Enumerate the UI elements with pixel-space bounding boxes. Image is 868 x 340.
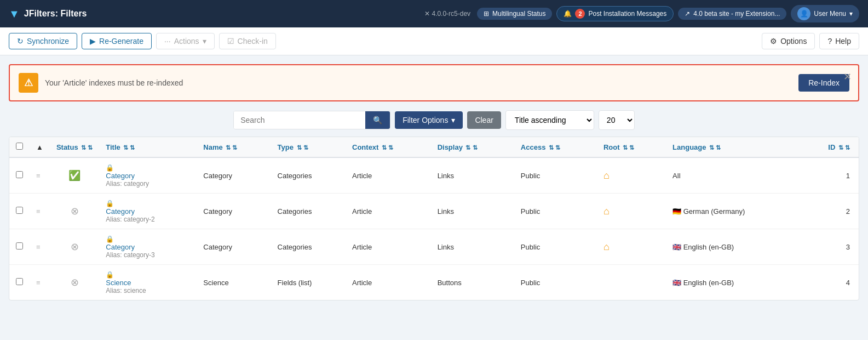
- actions-button[interactable]: ··· Actions ▾: [156, 33, 215, 49]
- id-cell: 3: [801, 229, 859, 265]
- name-cell: Category: [197, 194, 271, 229]
- options-button[interactable]: ⚙ Options: [762, 33, 815, 49]
- help-icon: ?: [827, 37, 832, 46]
- toolbar: ↻ Synchronize ▶ Re-Generate ··· Actions …: [0, 27, 868, 55]
- name-header[interactable]: Name ⇅: [197, 137, 271, 157]
- drag-handle-icon[interactable]: ≡: [36, 172, 41, 180]
- title-header[interactable]: Title ⇅: [99, 137, 197, 157]
- title-cell: 🔒 Category Alias: category-3: [99, 229, 197, 265]
- clear-button[interactable]: Clear: [467, 111, 501, 129]
- id-header[interactable]: ID ⇅: [801, 137, 859, 157]
- root-home-icon: ⌂: [603, 206, 610, 217]
- sort-select[interactable]: Title ascending Title descending ID asce…: [506, 111, 594, 129]
- display-cell: Links: [431, 157, 514, 194]
- drag-header: ▲: [30, 137, 50, 157]
- actions-chevron-icon: ▾: [203, 37, 206, 46]
- drag-handle-cell: ≡: [30, 265, 50, 301]
- title-link-1[interactable]: Category: [106, 172, 190, 180]
- row-checkbox-4[interactable]: [16, 278, 23, 285]
- context-cell: Article: [346, 157, 431, 194]
- id-cell: 1: [801, 157, 859, 194]
- id-cell: 2: [801, 194, 859, 229]
- synchronize-button[interactable]: ↻ Synchronize: [9, 33, 77, 49]
- lock-icon: 🔒: [106, 164, 114, 172]
- row-checkbox-cell: [9, 194, 30, 229]
- alias-text: Alias: category: [106, 180, 190, 188]
- title-cell: 🔒 Category Alias: category: [99, 157, 197, 194]
- access-cell: Public: [514, 265, 597, 301]
- language-cell: 🇬🇧 English (en-GB): [666, 229, 801, 265]
- type-header[interactable]: Type ⇅: [271, 137, 346, 157]
- table-row: ≡ ⊗ 🔒 Category Alias: category-2 Categor…: [9, 194, 859, 229]
- drag-handle-icon[interactable]: ≡: [36, 279, 41, 287]
- synchronize-icon: ↻: [17, 37, 24, 46]
- row-checkbox-1[interactable]: [16, 171, 23, 178]
- status-cell: ⊗: [50, 229, 99, 265]
- title-link-3[interactable]: Category: [106, 243, 190, 251]
- notifications-count: 2: [575, 9, 585, 19]
- main-content: ⚠ Your 'Article' indexes must be re-inde…: [0, 55, 868, 309]
- checkin-button[interactable]: ☑ Check-in: [219, 33, 276, 49]
- site-link-badge[interactable]: ↗ 4.0 beta site - my Extension...: [678, 8, 786, 20]
- drag-handle-cell: ≡: [30, 229, 50, 265]
- regenerate-button[interactable]: ▶ Re-Generate: [82, 33, 152, 49]
- status-active-icon: ✅: [68, 170, 81, 181]
- gear-icon: ⚙: [770, 37, 777, 46]
- status-cell: ⊗: [50, 194, 99, 229]
- name-cell: Science: [197, 265, 271, 301]
- drag-handle-icon[interactable]: ≡: [36, 243, 41, 251]
- notifications-badge[interactable]: 🔔 2 Post Installation Messages: [556, 6, 674, 21]
- display-header[interactable]: Display ⇅: [431, 137, 514, 157]
- search-button[interactable]: 🔍: [365, 111, 390, 129]
- chevron-down-icon: ▾: [849, 10, 853, 18]
- table-row: ≡ ⊗ 🔒 Category Alias: category-3 Categor…: [9, 229, 859, 265]
- context-header[interactable]: Context ⇅: [346, 137, 431, 157]
- user-menu-label: User Menu: [814, 10, 846, 18]
- filter-options-button[interactable]: Filter Options ▾: [395, 111, 463, 129]
- row-checkbox-3[interactable]: [16, 242, 23, 250]
- select-all-checkbox[interactable]: [16, 143, 23, 150]
- display-cell: Links: [431, 194, 514, 229]
- per-page-select[interactable]: 5 10 20 50 100: [599, 111, 634, 129]
- header-meta: ✕ 4.0.0-rc5-dev ⊞ Multilingual Status 🔔 …: [424, 5, 859, 22]
- filters-table: ▲ Status ⇅ Title ⇅ Name ⇅ Type ⇅ Context…: [9, 137, 859, 301]
- language-cell: All: [666, 157, 801, 194]
- title-link-2[interactable]: Category: [106, 207, 190, 216]
- type-cell: Categories: [271, 157, 346, 194]
- name-cell: Category: [197, 157, 271, 194]
- multilingual-status-badge[interactable]: ⊞ Multilingual Status: [477, 8, 552, 20]
- sort-up-icon: ▲: [36, 143, 43, 151]
- version-text: ✕ 4.0.0-rc5-dev: [424, 10, 470, 18]
- warning-icon: ⚠: [19, 73, 38, 93]
- brand: ▼ JFilters: Filters: [9, 8, 87, 20]
- row-checkbox-cell: [9, 157, 30, 194]
- id-cell: 4: [801, 265, 859, 301]
- table-header-row: ▲ Status ⇅ Title ⇅ Name ⇅ Type ⇅ Context…: [9, 137, 859, 157]
- warning-close-button[interactable]: ✕: [843, 71, 852, 83]
- site-label: 4.0 beta site - my Extension...: [693, 10, 780, 18]
- access-header[interactable]: Access ⇅: [514, 137, 597, 157]
- sort-select-wrap: Title ascending Title descending ID asce…: [505, 110, 594, 130]
- user-avatar: 👤: [797, 7, 810, 20]
- lock-icon: 🔒: [106, 200, 114, 207]
- title-link-4[interactable]: Science: [106, 279, 190, 287]
- status-cell: ⊗: [50, 265, 99, 301]
- row-checkbox-2[interactable]: [16, 207, 23, 214]
- root-cell: ⌂: [597, 157, 666, 194]
- reindex-button[interactable]: Re-Index: [798, 74, 849, 92]
- language-header[interactable]: Language ⇅: [666, 137, 801, 157]
- search-input[interactable]: [234, 111, 365, 129]
- drag-handle-icon[interactable]: ≡: [36, 207, 41, 216]
- row-checkbox-cell: [9, 229, 30, 265]
- status-inactive-icon: ⊗: [71, 277, 79, 288]
- status-header[interactable]: Status ⇅: [50, 137, 99, 157]
- brand-icon: ▼: [9, 8, 20, 20]
- alias-text: Alias: category-3: [106, 251, 190, 259]
- per-page-wrap: 5 10 20 50 100: [599, 110, 635, 130]
- root-header[interactable]: Root ⇅: [597, 137, 666, 157]
- warning-message: Your 'Article' indexes must be re-indexe…: [45, 78, 792, 87]
- root-home-icon: ⌂: [603, 170, 610, 181]
- search-bar: 🔍 Filter Options ▾ Clear Title ascending…: [9, 110, 859, 130]
- user-menu[interactable]: 👤 User Menu ▾: [791, 5, 859, 22]
- help-button[interactable]: ? Help: [819, 33, 859, 49]
